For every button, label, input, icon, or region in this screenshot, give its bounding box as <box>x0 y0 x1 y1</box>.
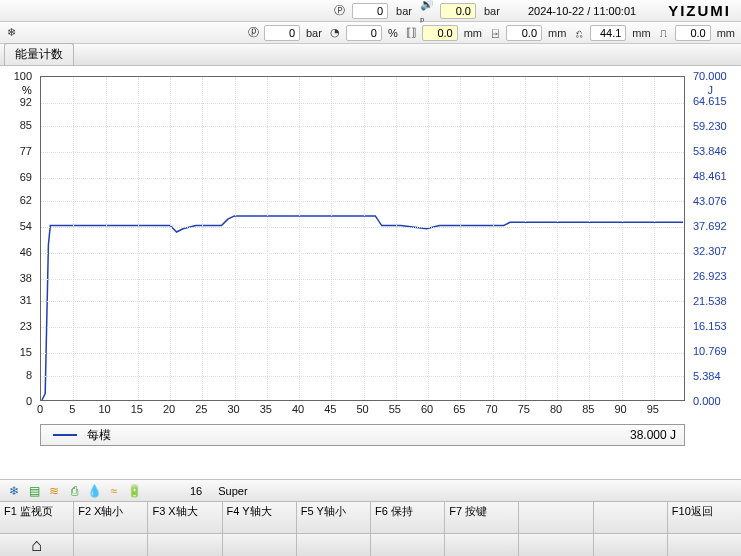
h1-icon: ⟦⟧ <box>404 26 418 40</box>
f2-button[interactable]: F2 X轴小 <box>74 502 148 533</box>
f8-button[interactable] <box>519 502 593 533</box>
tool-icon-3[interactable]: ⎙ <box>66 483 82 499</box>
home-cell-10[interactable] <box>668 534 741 556</box>
topbar-row-2: ❄ ⓟ 0 bar ◔ 0 % ⟦⟧ 0.0 mm ⍈ 0.0 mm ⎌ 44.… <box>0 22 741 44</box>
h2-unit: mm <box>546 27 568 39</box>
pc-unit: % <box>386 27 400 39</box>
home-cell-3[interactable] <box>148 534 222 556</box>
f3-button[interactable]: F3 X轴大 <box>148 502 222 533</box>
p-unit: bar <box>394 5 414 17</box>
s-value[interactable]: 0.0 <box>440 3 476 19</box>
f6-button[interactable]: F6 保持 <box>371 502 445 533</box>
p2-icon: ⓟ <box>246 26 260 40</box>
home-cell-5[interactable] <box>297 534 371 556</box>
h3-icon: ⎌ <box>572 26 586 40</box>
legend: 每模 38.000 J <box>40 424 685 446</box>
p2-unit: bar <box>304 27 324 39</box>
home-cell-6[interactable] <box>371 534 445 556</box>
fkey-row: F1 监视页 F2 X轴小 F3 X轴大 F4 Y轴大 F5 Y轴小 F6 保持… <box>0 501 741 533</box>
f4-button[interactable]: F4 Y轴大 <box>223 502 297 533</box>
home-row: ⌂ <box>0 533 741 556</box>
y-axis-left: 100928577696254463831231580 <box>0 76 36 401</box>
pc-value[interactable]: 0 <box>346 25 382 41</box>
y-axis-right: 70.00064.61559.23053.84648.46143.07637.6… <box>689 76 739 401</box>
f10-button[interactable]: F10返回 <box>668 502 741 533</box>
tool-icon-5[interactable]: ≈ <box>106 483 122 499</box>
tool-icon-6[interactable]: 🔋 <box>126 483 142 499</box>
tab-bar: 能量计数 <box>0 44 741 66</box>
tool-icon-0[interactable]: ❄ <box>6 483 22 499</box>
f5-button[interactable]: F5 Y轴小 <box>297 502 371 533</box>
h3-unit: mm <box>630 27 652 39</box>
tool-icon-1[interactable]: ▤ <box>26 483 42 499</box>
snow-icon: ❄ <box>4 26 18 40</box>
y-left-unit: % <box>22 84 32 96</box>
x-axis: 05101520253035404550556065707580859095 <box>40 403 685 419</box>
legend-value: 38.000 J <box>630 428 676 442</box>
pc-icon: ◔ <box>328 26 342 40</box>
home-cell-2[interactable] <box>74 534 148 556</box>
tab-energy-count[interactable]: 能量计数 <box>4 43 74 65</box>
speaker-icon: 🔊ₚ <box>420 4 434 18</box>
legend-label: 每模 <box>87 427 111 444</box>
legend-swatch <box>53 434 77 436</box>
brand-logo: YIZUMI <box>662 2 737 19</box>
plot-region[interactable] <box>40 76 685 401</box>
home-cell-9[interactable] <box>594 534 668 556</box>
p-icon: Ⓟ <box>332 4 346 18</box>
f7-button[interactable]: F7 按键 <box>445 502 519 533</box>
f9-button[interactable] <box>594 502 668 533</box>
home-button[interactable]: ⌂ <box>0 534 74 556</box>
toolbar-count: 16 <box>190 485 202 497</box>
chart-area: 100928577696254463831231580 % 70.00064.6… <box>0 66 741 479</box>
f1-button[interactable]: F1 监视页 <box>0 502 74 533</box>
h4-value[interactable]: 0.0 <box>675 25 711 41</box>
home-cell-7[interactable] <box>445 534 519 556</box>
h4-unit: mm <box>715 27 737 39</box>
h1-unit: mm <box>462 27 484 39</box>
home-cell-4[interactable] <box>223 534 297 556</box>
p-value[interactable]: 0 <box>352 3 388 19</box>
h1-value[interactable]: 0.0 <box>422 25 458 41</box>
datetime: 2024-10-22 / 11:00:01 <box>508 5 656 17</box>
s-unit: bar <box>482 5 502 17</box>
tool-icon-2[interactable]: ≋ <box>46 483 62 499</box>
status-toolbar: ❄ ▤ ≋ ⎙ 💧 ≈ 🔋 16 Super <box>0 479 741 501</box>
p2-value[interactable]: 0 <box>264 25 300 41</box>
h3-value[interactable]: 44.1 <box>590 25 626 41</box>
y-right-unit: J <box>708 84 714 96</box>
tool-icon-4[interactable]: 💧 <box>86 483 102 499</box>
toolbar-mode: Super <box>218 485 247 497</box>
h2-icon: ⍈ <box>488 26 502 40</box>
h4-icon: ⎍ <box>657 26 671 40</box>
topbar-row-1: Ⓟ 0 bar 🔊ₚ 0.0 bar 2024-10-22 / 11:00:01… <box>0 0 741 22</box>
home-cell-8[interactable] <box>519 534 593 556</box>
h2-value[interactable]: 0.0 <box>506 25 542 41</box>
